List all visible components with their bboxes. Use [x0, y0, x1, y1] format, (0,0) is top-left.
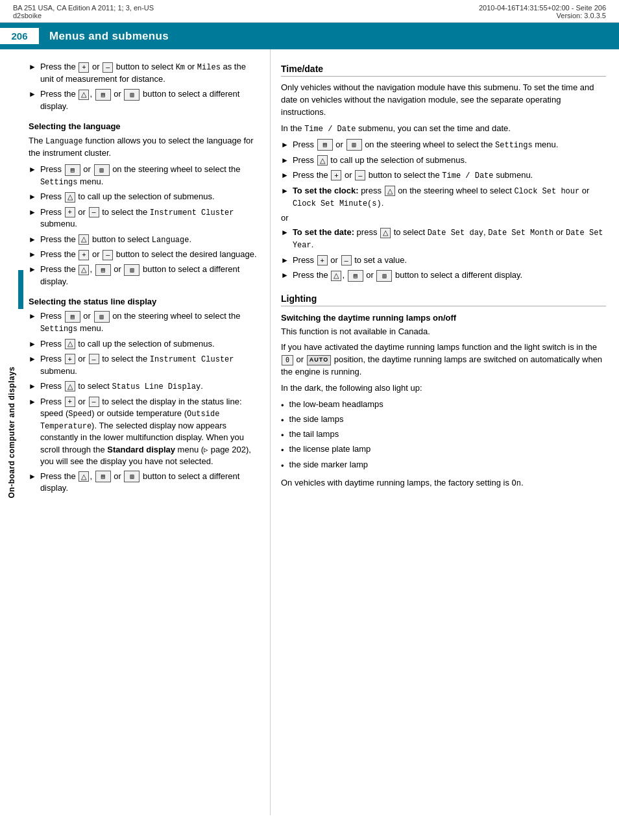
page-title: Menus and submenus	[49, 30, 169, 43]
menu-btn-td2: ▥	[346, 139, 362, 151]
status-bullet-2: ► Press △ to call up the selection of su…	[29, 338, 260, 350]
section-language-heading: Selecting the language	[29, 121, 260, 131]
lighting-intro1: This function is not available in Canada…	[281, 326, 606, 338]
lang-bullet-2: ► Press △ to call up the selection of su…	[29, 191, 260, 203]
plus-btn-td: +	[331, 170, 341, 180]
td-bullet-7: ► Press the △, ▤ or ▥ button to select a…	[281, 269, 606, 282]
timedate-intro2: In the Time / Date submenu, you can set …	[281, 123, 606, 135]
status-bullet-4: ► Press △ to select Status Line Display.	[29, 380, 260, 393]
bullet-arrow: ►	[29, 62, 36, 73]
language-bullet-list: ► Press ▤ or ▥ on the steering wheel to …	[29, 164, 260, 288]
right-column: Time/date Only vehicles without the navi…	[270, 49, 619, 815]
tri-btn-td1: △	[317, 155, 328, 166]
tri-btn-s3: △	[79, 471, 89, 482]
tri-btn: △	[65, 192, 75, 203]
status-bullet-3: ► Press + or – to select the Instrument …	[29, 353, 260, 377]
menu-btn4: ▥	[124, 264, 140, 276]
tri-btn-s1: △	[65, 339, 75, 349]
page-number: 206	[0, 28, 39, 44]
tri-btn-s2: △	[65, 381, 75, 391]
tri-btn2: △	[79, 234, 89, 245]
side-label-container: On-board computer and displays	[0, 49, 23, 815]
tri-btn-td4: △	[331, 271, 341, 281]
menu-btn-l: ▤	[65, 164, 80, 176]
tri-btn-td3: △	[380, 228, 391, 238]
main-content: On-board computer and displays ► Press t…	[0, 49, 619, 815]
menu-btn-s1: ▤	[65, 311, 80, 323]
timedate-intro1: Only vehicles without the navigation mod…	[281, 82, 606, 119]
timedate-heading: Time/date	[281, 64, 606, 77]
menu-btn-td1: ▤	[317, 139, 333, 151]
status-bullet-6: ► Press the △, ▤ or ▥ button to select a…	[29, 471, 260, 495]
plus-btn-td2: +	[317, 255, 328, 266]
language-intro: The Language function allows you to sele…	[29, 135, 260, 160]
minus-btn-s2: –	[89, 397, 99, 407]
dot-item-1: • the low-beam headlamps	[281, 399, 606, 412]
minus-btn-td2: –	[341, 255, 352, 266]
minus-button: –	[103, 62, 113, 73]
tri-btn-td2: △	[385, 186, 395, 196]
menu-btn-s3: ▤	[95, 471, 111, 482]
menu-button-1: ▤	[95, 89, 111, 101]
lang-bullet-4: ► Press the △ button to select Language.	[29, 234, 260, 246]
dot-item-4: • the license plate lamp	[281, 443, 606, 456]
side-label: On-board computer and displays	[0, 49, 23, 815]
lang-bullet-3: ► Press + or – to select the Instrument …	[29, 206, 260, 230]
tri-btn3: △	[79, 265, 89, 275]
doc-header: BA 251 USA, CA Edition A 2011; 1; 3, en-…	[0, 0, 619, 23]
dot-item-5: • the side marker lamp	[281, 459, 606, 472]
header-left: BA 251 USA, CA Edition A 2011; 1; 3, en-…	[13, 4, 154, 19]
lighting-heading: Lighting	[281, 293, 606, 306]
header-right: 2010-04-16T14:31:55+02:00 - Seite 206 Ve…	[479, 4, 606, 19]
auto-button: AUTO	[307, 355, 331, 365]
lighting-intro2: If you have activated the daytime runnin…	[281, 341, 606, 378]
plus-button: +	[79, 62, 89, 73]
td-bullet-2: ► Press △ to call up the selection of su…	[281, 154, 606, 166]
left-column: ► Press the + or – button to select Km o…	[23, 49, 270, 815]
plus-btn-s2: +	[65, 397, 75, 407]
menu-btn-td4: ▥	[376, 270, 392, 282]
menu-btn3: ▤	[95, 264, 111, 276]
lighting-intro3: In the dark, the following also light up…	[281, 382, 606, 395]
lang-bullet-6: ► Press the △, ▤ or ▥ button to select a…	[29, 264, 260, 288]
intro-bullet-list: ► Press the + or – button to select Km o…	[29, 61, 260, 112]
or-line: or	[281, 213, 606, 223]
menu-btn-s4: ▥	[124, 471, 140, 482]
daytime-subheading: Switching the daytime running lamps on/o…	[281, 313, 606, 323]
side-label-text: On-board computer and displays	[7, 366, 16, 498]
status-bullet-1: ► Press ▤ or ▥ on the steering wheel to …	[29, 310, 260, 334]
timedate-bullet-list: ► Press ▤ or ▥ on the steering wheel to …	[281, 139, 606, 209]
section-status-heading: Selecting the status line display	[29, 297, 260, 306]
intro-bullet-2: ► Press the △, ▤ or ▥ button to select a…	[29, 88, 260, 112]
dot-item-3: • the tail lamps	[281, 428, 606, 441]
menu-btn-r: ▥	[94, 164, 110, 176]
zero-button: 0	[282, 355, 293, 365]
minus-btn: –	[89, 207, 99, 217]
plus-btn: +	[65, 207, 75, 217]
td-bullet-4: ► To set the clock: press △ on the steer…	[281, 185, 606, 210]
lang-bullet-1: ► Press ▤ or ▥ on the steering wheel to …	[29, 164, 260, 188]
status-bullet-list: ► Press ▤ or ▥ on the steering wheel to …	[29, 310, 260, 494]
menu-btn-s2: ▥	[94, 311, 110, 323]
triangle-button: △	[79, 90, 89, 100]
minus-btn-td: –	[355, 170, 365, 180]
menu-button-2: ▥	[124, 89, 140, 101]
timedate-bullet-list2: ► To set the date: press △ to select Dat…	[281, 227, 606, 281]
menu-btn-td3: ▤	[348, 270, 363, 282]
minus-btn2: –	[103, 250, 113, 260]
plus-btn-s: +	[65, 354, 75, 364]
td-bullet-3: ► Press the + or – button to select the …	[281, 169, 606, 182]
lighting-dot-list: • the low-beam headlamps • the side lamp…	[281, 399, 606, 472]
bullet-arrow: ►	[29, 89, 36, 100]
td-bullet-5: ► To set the date: press △ to select Dat…	[281, 227, 606, 251]
intro-bullet-1: ► Press the + or – button to select Km o…	[29, 61, 260, 85]
td-bullet-6: ► Press + or – to set a value.	[281, 254, 606, 266]
td-bullet-1: ► Press ▤ or ▥ on the steering wheel to …	[281, 139, 606, 151]
side-blue-bar	[18, 270, 23, 309]
plus-btn2: +	[79, 250, 89, 260]
lighting-outro: On vehicles with daytime running lamps, …	[281, 477, 606, 489]
page-title-bar: 206 Menus and submenus	[0, 23, 619, 49]
lang-bullet-5: ► Press the + or – button to select the …	[29, 249, 260, 260]
status-bullet-5: ► Press + or – to select the display in …	[29, 396, 260, 467]
minus-btn-s: –	[89, 354, 99, 364]
